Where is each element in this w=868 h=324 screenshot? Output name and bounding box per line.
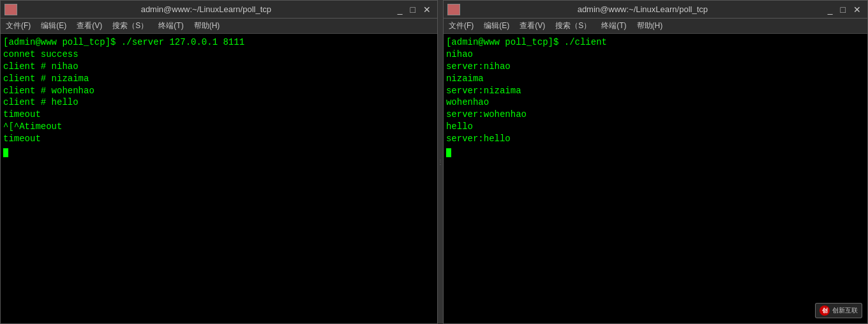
left-title-bar-left [4, 4, 17, 15]
left-menu-terminal[interactable]: 终端(T) [156, 19, 186, 33]
left-cursor [3, 148, 8, 157]
terminal-divider: ⋮ [438, 0, 443, 324]
right-line-2: nihao [446, 49, 865, 61]
left-menu-bar: 文件(F) 编辑(E) 查看(V) 搜索（S） 终端(T) 帮助(H) [1, 19, 437, 34]
left-menu-view[interactable]: 查看(V) [74, 19, 105, 33]
right-line-4: nizaima [446, 73, 865, 85]
left-line-7: timeout [3, 109, 435, 121]
left-menu-search[interactable]: 搜索（S） [110, 19, 151, 33]
watermark-icon-text: 创 [822, 307, 828, 315]
left-menu-file[interactable]: 文件(F) [3, 19, 33, 33]
right-line-6: wohenhao [446, 96, 865, 109]
right-line-5: server:nizaima [446, 85, 865, 97]
left-title-bar: admin@www:~/LinuxLearn/poll_tcp _ □ ✕ [1, 1, 437, 19]
right-close-button[interactable]: ✕ [851, 4, 864, 15]
right-menu-help[interactable]: 帮助(H) [634, 19, 666, 33]
right-cursor [446, 148, 451, 157]
right-title-buttons: _ □ ✕ [825, 4, 864, 15]
left-line-8: ^[^Atimeout [3, 121, 435, 133]
left-line-1: [admin@www poll_tcp]$ ./server 127.0.0.1… [3, 36, 435, 49]
right-line-3: server:nihao [446, 61, 865, 73]
left-menu-help[interactable]: 帮助(H) [191, 19, 223, 33]
left-line-3: client # nihao [3, 61, 435, 73]
right-menu-edit[interactable]: 编辑(E) [481, 19, 512, 33]
left-line-6: client # hello [3, 96, 435, 109]
right-line-1: [admin@www poll_tcp]$ ./client [446, 36, 865, 49]
right-minimize-button[interactable]: _ [825, 4, 835, 15]
right-terminal-window: admin@www:~/LinuxLearn/poll_tcp _ □ ✕ 文件… [443, 0, 868, 324]
left-menu-edit[interactable]: 编辑(E) [38, 19, 69, 33]
right-line-7: server:wohenhao [446, 109, 865, 121]
right-line-10 [446, 145, 865, 157]
left-terminal-content[interactable]: [admin@www poll_tcp]$ ./server 127.0.0.1… [1, 34, 437, 323]
right-menu-file[interactable]: 文件(F) [446, 19, 476, 33]
left-maximize-button[interactable]: □ [407, 4, 417, 15]
watermark-label: 创新互联 [832, 306, 858, 315]
right-maximize-button[interactable]: □ [838, 4, 848, 15]
right-title-bar: admin@www:~/LinuxLearn/poll_tcp _ □ ✕ [444, 1, 867, 19]
left-line-2: connet success [3, 49, 435, 61]
right-menu-view[interactable]: 查看(V) [517, 19, 548, 33]
right-title-bar-left [447, 4, 460, 15]
left-terminal-icon [4, 4, 17, 15]
right-terminal-content[interactable]: [admin@www poll_tcp]$ ./client nihao ser… [444, 34, 867, 323]
left-line-5: client # wohenhao [3, 85, 435, 97]
left-line-9: timeout [3, 133, 435, 145]
right-menu-bar: 文件(F) 编辑(E) 查看(V) 搜索（S） 终端(T) 帮助(H) [444, 19, 867, 34]
right-line-8: hello [446, 121, 865, 133]
watermark: 创 创新互联 [815, 303, 862, 318]
right-terminal-icon [447, 4, 460, 15]
right-menu-terminal[interactable]: 终端(T) [599, 19, 629, 33]
left-close-button[interactable]: ✕ [421, 4, 433, 15]
left-line-4: client # nizaima [3, 73, 435, 85]
right-title-text: admin@www:~/LinuxLearn/poll_tcp [460, 4, 825, 14]
left-title-text: admin@www:~/LinuxLearn/poll_tcp [17, 4, 395, 14]
left-line-10 [3, 145, 435, 157]
left-terminal-window: admin@www:~/LinuxLearn/poll_tcp _ □ ✕ 文件… [0, 0, 438, 324]
right-line-9: server:hello [446, 133, 865, 145]
left-title-buttons: _ □ ✕ [395, 4, 433, 15]
right-menu-search[interactable]: 搜索（S） [553, 19, 594, 33]
left-minimize-button[interactable]: _ [395, 4, 405, 15]
watermark-icon: 创 [819, 305, 830, 316]
